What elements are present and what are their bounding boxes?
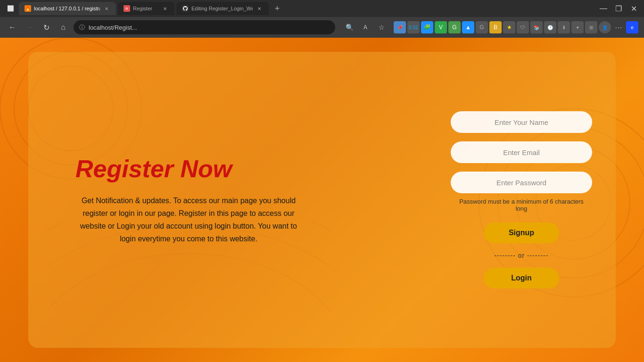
download-icon[interactable]: ⬇ bbox=[558, 21, 570, 33]
tab3-favicon bbox=[182, 5, 189, 12]
home-btn[interactable]: ⌂ bbox=[57, 21, 70, 34]
vuejs-icon[interactable]: V bbox=[435, 21, 447, 33]
tab3-close[interactable]: ✕ bbox=[256, 5, 263, 12]
pin-icon[interactable]: 📌 bbox=[394, 21, 406, 33]
login-button[interactable]: Login bbox=[484, 268, 559, 288]
page-description: Get Notification & updates. To access ou… bbox=[75, 194, 302, 246]
apps-icon[interactable]: ⊞ bbox=[585, 21, 597, 33]
google2-icon[interactable]: G bbox=[476, 21, 488, 33]
close-btn[interactable]: ✕ bbox=[627, 2, 640, 15]
signup-button[interactable]: Signup bbox=[484, 222, 559, 243]
copilot-icon[interactable]: ✦ bbox=[571, 21, 584, 33]
info-icon: ⓘ bbox=[79, 24, 85, 32]
more-menu-icon[interactable]: ⋯ bbox=[612, 21, 625, 33]
star-icon[interactable]: ★ bbox=[503, 21, 515, 33]
browser-navbar: ← → ↻ ⌂ ⓘ localhost/Regist... 🔍 A ☆ 📌 0:… bbox=[0, 17, 644, 38]
tab2-favicon: R bbox=[124, 5, 130, 12]
forward-btn[interactable]: → bbox=[23, 21, 36, 34]
tab2-close[interactable]: ✕ bbox=[161, 5, 169, 12]
minimize-btn[interactable]: — bbox=[597, 2, 610, 15]
search-icon[interactable]: 🔍 bbox=[343, 21, 356, 34]
register-card: Register Now Get Notification & updates.… bbox=[28, 52, 616, 348]
back-btn[interactable]: ← bbox=[6, 21, 19, 34]
history-icon[interactable]: 🕐 bbox=[544, 21, 556, 33]
refresh-btn[interactable]: ↻ bbox=[40, 21, 53, 34]
maximize-btn[interactable]: ❐ bbox=[612, 2, 625, 15]
tab-overview-btn[interactable]: ⬜ bbox=[4, 2, 17, 15]
tab3-label: Editing Register_Login_Welcome... bbox=[191, 6, 253, 11]
browser-chrome: ⬜ 🔥 localhost / 127.0.0.1 / registratio.… bbox=[0, 0, 644, 38]
browser-tab-1[interactable]: 🔥 localhost / 127.0.0.1 / registratio...… bbox=[19, 2, 116, 15]
tab1-close[interactable]: ✕ bbox=[103, 5, 110, 12]
google-icon[interactable]: G bbox=[448, 21, 461, 33]
register-form: Password must be a minimum of 6 characte… bbox=[437, 92, 616, 307]
or-divider: -------- or -------- bbox=[495, 252, 549, 259]
password-input[interactable] bbox=[451, 172, 592, 193]
tab1-label: localhost / 127.0.0.1 / registratio... bbox=[34, 6, 100, 11]
page-background: Register Now Get Notification & updates.… bbox=[0, 38, 644, 362]
browser-tab-2[interactable]: R Register ✕ bbox=[118, 2, 174, 15]
tab2-label: Register bbox=[133, 6, 152, 11]
browser-tab-3[interactable]: Editing Register_Login_Welcome... ✕ bbox=[176, 2, 269, 15]
address-bar[interactable]: ⓘ localhost/Regist... bbox=[74, 20, 335, 34]
browser-titlebar: ⬜ 🔥 localhost / 127.0.0.1 / registratio.… bbox=[0, 0, 644, 17]
profile-icon[interactable]: 👤 bbox=[599, 21, 611, 33]
translate-icon[interactable]: A bbox=[359, 21, 372, 34]
shield-icon[interactable]: 🛡 bbox=[517, 21, 529, 33]
name-input[interactable] bbox=[451, 111, 592, 133]
favorites-icon[interactable]: ☆ bbox=[375, 21, 388, 34]
left-section: Register Now Get Notification & updates.… bbox=[28, 126, 437, 274]
timer-icon[interactable]: 0:32 bbox=[407, 21, 420, 33]
page-title: Register Now bbox=[75, 155, 399, 183]
drive-icon[interactable]: ▲ bbox=[462, 21, 474, 33]
nav-icons: 🔍 A ☆ bbox=[343, 21, 388, 34]
address-text: localhost/Regist... bbox=[89, 24, 137, 31]
password-hint: Password must be a minimum of 6 characte… bbox=[455, 198, 587, 212]
extensions-icon[interactable]: 🧩 bbox=[421, 21, 433, 33]
edge-icon[interactable]: e bbox=[626, 21, 638, 33]
email-input[interactable] bbox=[451, 141, 592, 163]
collection-icon[interactable]: 📚 bbox=[530, 21, 543, 33]
tab1-favicon: 🔥 bbox=[25, 5, 31, 12]
new-tab-btn[interactable]: + bbox=[271, 2, 284, 15]
bookmark-icon[interactable]: B bbox=[489, 21, 502, 33]
